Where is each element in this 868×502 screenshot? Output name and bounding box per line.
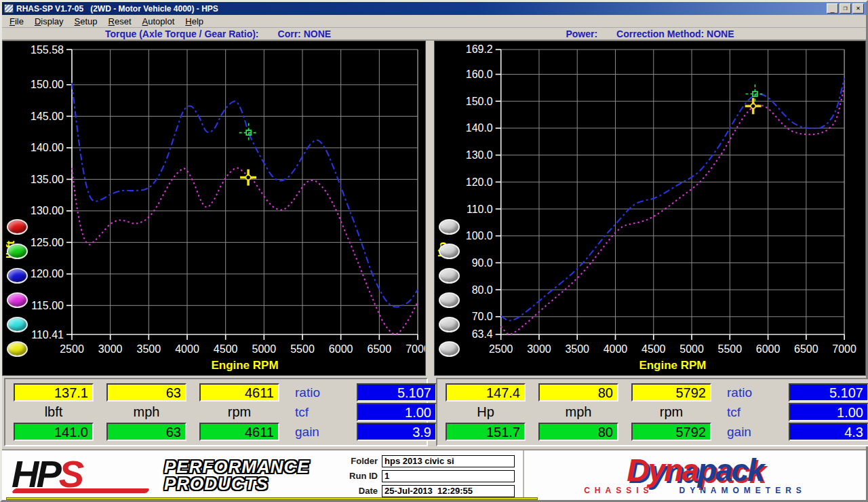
torque-unit-label: lbft (14, 404, 94, 420)
svg-text:120.0: 120.0 (466, 176, 493, 188)
charts-row: 155.58150.00145.00140.00135.00130.00125.… (2, 41, 866, 376)
gain-label: gain (292, 425, 344, 440)
svg-text:140.00: 140.00 (31, 142, 64, 153)
torque-cursor-mph: 63 (106, 383, 186, 402)
svg-text:125.00: 125.00 (31, 237, 64, 248)
ratio-label: ratio (724, 385, 776, 400)
svg-text:100.0: 100.0 (466, 230, 493, 242)
torque-trace-button-green[interactable] (7, 244, 28, 259)
measured-torque-curve (72, 168, 418, 334)
svg-text:4000: 4000 (604, 343, 628, 355)
title-bar: RHAS-SP V1.7-05 (2WD - Motor Vehicle 400… (2, 2, 866, 15)
gain-label: gain (724, 425, 776, 440)
power-cursor-rpm: 5792 (631, 383, 711, 402)
power-unit-label: Hp (446, 404, 526, 420)
svg-text:3500: 3500 (565, 343, 589, 355)
hps-logo-swoosh (12, 488, 151, 493)
torque-corrected-mph: 63 (106, 423, 186, 441)
svg-text:145.00: 145.00 (31, 111, 64, 122)
menu-bar: FileDisplaySetupResetAutoplotHelp (2, 15, 866, 28)
cursor-marker-green[interactable] (239, 123, 258, 142)
dynapack-dynamometers-label: DYNAMOMETERS (679, 486, 806, 495)
date-label: Date (341, 486, 382, 496)
menu-display[interactable]: Display (30, 16, 68, 27)
torque-chart[interactable]: 155.58150.00145.00140.00135.00130.00125.… (3, 41, 425, 375)
svg-text:120.00: 120.00 (31, 268, 64, 279)
run-id-field-row: Run ID (341, 470, 523, 482)
menu-setup[interactable]: Setup (70, 16, 102, 27)
measured-power-curve (501, 86, 844, 334)
close-button[interactable]: ✕ (852, 3, 864, 14)
svg-text:3500: 3500 (137, 343, 161, 355)
run-id-input[interactable] (382, 470, 515, 482)
power-trace-button-gray-4[interactable] (439, 292, 460, 308)
restore-button[interactable]: ❐ (840, 3, 851, 14)
menu-autoplot[interactable]: Autoplot (138, 16, 180, 27)
tcf-value: 1.00 (357, 403, 437, 421)
dynapack-chassis-label: CHASSIS (584, 486, 653, 495)
rpm-unit-label: rpm (631, 404, 711, 420)
torque-trace-button-yellow[interactable] (7, 341, 28, 357)
torque-trace-button-red[interactable] (7, 219, 28, 235)
svg-text:6000: 6000 (756, 343, 781, 355)
rpm-unit-label: rpm (199, 404, 279, 420)
corrected-power-curve (501, 79, 844, 321)
hps-logo-mark: HPS (12, 457, 164, 495)
run-id-label: Run ID (341, 471, 382, 481)
menu-reset[interactable]: Reset (104, 16, 136, 27)
svg-text:Engine RPM: Engine RPM (211, 359, 278, 372)
hps-logo: HPS PERFORMANCE PRODUCTS (2, 457, 341, 495)
dynapack-logo-pack: pack (698, 452, 764, 488)
readout-tables: 137.1 63 4611 ratio 5.107 lbft mph rpm t… (2, 376, 866, 449)
folder-label: Folder (341, 456, 382, 466)
power-trace-button-gray-5[interactable] (439, 317, 460, 332)
power-corrected-value: 151.7 (446, 423, 526, 441)
gain-value: 3.9 (357, 423, 437, 441)
power-chart[interactable]: 169.2160.0150.0140.0130.0120.0110.0100.0… (435, 41, 865, 375)
torque-trace-button-magenta[interactable] (7, 292, 28, 308)
tcf-label: tcf (292, 405, 344, 420)
svg-text:160.0: 160.0 (466, 69, 493, 80)
torque-cursor-value: 137.1 (14, 383, 94, 402)
torque-corrected-value: 141.0 (14, 423, 94, 441)
svg-text:4500: 4500 (642, 343, 666, 355)
svg-text:115.00: 115.00 (31, 300, 64, 311)
power-cursor-value: 147.4 (446, 383, 526, 402)
svg-text:3000: 3000 (527, 343, 551, 355)
dynapack-logo: Dynapack CHASSIS DYNAMOMETERS (523, 450, 866, 500)
torque-trace-button-blue[interactable] (7, 268, 28, 284)
mph-unit-label: mph (106, 404, 186, 420)
svg-text:5500: 5500 (718, 343, 743, 355)
date-input[interactable] (382, 485, 515, 497)
footer: HPS PERFORMANCE PRODUCTS Folder Run ID D… (2, 449, 866, 500)
svg-text:6500: 6500 (368, 343, 392, 355)
power-cursor-mph: 80 (538, 383, 618, 402)
menu-help[interactable]: Help (180, 16, 208, 27)
chart-headers: Torque (Axle Torque / Gear Ratio): Corr:… (2, 28, 866, 41)
torque-trace-button-cyan[interactable] (7, 317, 28, 332)
folder-input[interactable] (382, 455, 515, 467)
svg-text:150.00: 150.00 (31, 79, 64, 90)
power-trace-button-gray-1[interactable] (439, 219, 460, 235)
svg-text:155.58: 155.58 (31, 44, 64, 56)
svg-text:2500: 2500 (60, 343, 84, 355)
svg-text:169.2: 169.2 (466, 43, 493, 55)
power-chart-header: Power: Correction Method: NONE (434, 28, 866, 39)
torque-header-title: Torque (Axle Torque / Gear Ratio): (105, 28, 259, 39)
cursor-marker-yellow[interactable] (240, 170, 256, 186)
power-readout-table: 147.4 80 5792 ratio 5.107 Hp mph rpm tcf… (436, 378, 868, 446)
svg-text:150.0: 150.0 (466, 96, 493, 107)
hps-logo-text: PERFORMANCE PRODUCTS (164, 459, 310, 493)
power-trace-button-gray-3[interactable] (439, 268, 460, 284)
svg-text:5000: 5000 (679, 343, 704, 355)
torque-chart-header: Torque (Axle Torque / Gear Ratio): Corr:… (2, 28, 434, 39)
svg-text:6500: 6500 (794, 343, 818, 355)
power-corrected-mph: 80 (538, 423, 618, 441)
minimize-button[interactable]: _ (827, 3, 838, 14)
ratio-label: ratio (292, 385, 344, 400)
power-trace-button-gray-6[interactable] (439, 341, 460, 357)
app-window: RHAS-SP V1.7-05 (2WD - Motor Vehicle 400… (0, 0, 868, 502)
power-trace-button-gray-2[interactable] (439, 244, 460, 259)
menu-file[interactable]: File (5, 16, 28, 27)
torque-chart-panel: 155.58150.00145.00140.00135.00130.00125.… (2, 41, 426, 376)
